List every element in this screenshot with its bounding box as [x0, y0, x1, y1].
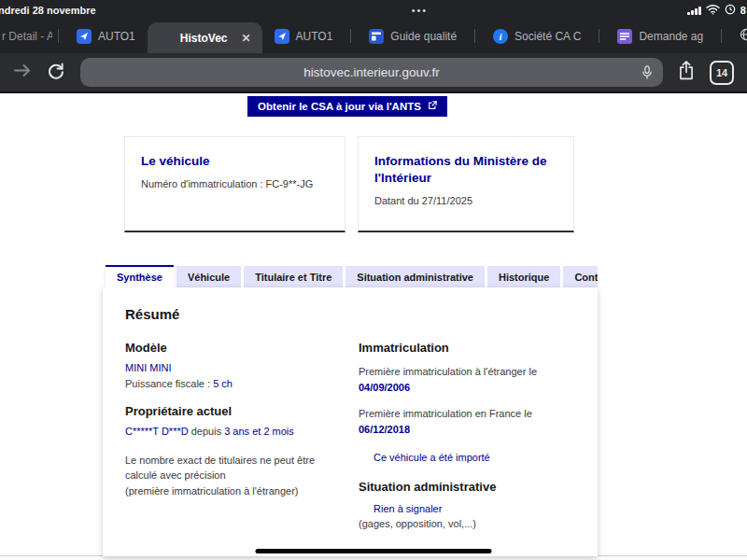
tab-vehicule[interactable]: Véhicule [176, 266, 241, 287]
home-indicator[interactable] [256, 549, 492, 553]
page-footer-edge [0, 555, 747, 560]
browser-tab-auto1-left[interactable]: AUTO1 [64, 20, 148, 53]
globe-favicon [740, 28, 747, 44]
clock-icon [725, 2, 736, 19]
tab-situation-administrative[interactable]: Situation administrative [345, 266, 485, 287]
tab-titulaire-titre[interactable]: Titulaire et Titre [244, 266, 343, 287]
browser-tab-label: AUTO1 [296, 30, 333, 43]
get-csa-button-label: Obtenir le CSA à jour via l'ANTS [258, 101, 421, 112]
tab-separator [599, 29, 599, 43]
tab-separator [350, 29, 351, 43]
tab-controles-techniques[interactable]: Contrôles techniques [563, 266, 598, 287]
browser-tab-guide[interactable]: Guide qualité [357, 20, 469, 53]
battery-percent: 8 [740, 5, 746, 16]
first-registration-france-line: Première immatriculation en France le 06… [359, 406, 575, 437]
url-text: histovec.interieur.gouv.fr [303, 65, 439, 79]
share-icon[interactable] [678, 61, 695, 84]
first-registration-france-label: Première immatriculation en France le [359, 408, 532, 419]
first-registration-abroad-label: Première immatriculation à l'étranger le [359, 366, 537, 377]
status-bar: ndredi 28 novembre ••• 8 [0, 0, 747, 19]
tab-separator [58, 29, 59, 43]
imported-vehicle-link[interactable]: Ce véhicule a été importé [374, 452, 490, 463]
browser-tab-histovec-active[interactable]: HistoVec ✕ [148, 22, 262, 53]
summary-right-column: Immatriculation Première immatriculation… [359, 341, 575, 532]
owner-line: C*****T D***D depuis 3 ans et 2 mois [125, 424, 349, 440]
guide-favicon [369, 29, 384, 44]
first-registration-abroad-date: 04/09/2006 [359, 382, 410, 393]
owner-note: Le nombre exact de titulaires ne peut êt… [125, 453, 349, 483]
nothing-to-report-link[interactable]: Rien à signaler [374, 503, 442, 514]
admin-situation-heading: Situation administrative [359, 480, 575, 494]
auto1-favicon [77, 29, 92, 44]
browser-tab-demande[interactable]: Demande ag [605, 20, 715, 53]
url-bar-row: histovec.interieur.gouv.fr 14 [0, 53, 747, 95]
auto1-favicon [275, 29, 289, 44]
ministry-card-title: Informations du Ministère de l'Intérieur [374, 153, 557, 187]
owner-note-2: (première immatriculation à l'étranger) [125, 483, 349, 499]
summary-left-column: Modèle MINI MINI Puissance fiscale : 5 c… [125, 341, 349, 532]
forward-icon[interactable] [13, 63, 32, 82]
info-favicon: i [493, 29, 508, 44]
synthese-panel: Résumé Modèle MINI MINI Puissance fiscal… [103, 287, 598, 556]
browser-tab-label: AUTO1 [98, 30, 135, 43]
address-bar[interactable]: histovec.interieur.gouv.fr [80, 58, 663, 87]
browser-tab-label: Guide qualité [390, 30, 457, 43]
histovec-page: Obtenir le CSA à jour via l'ANTS Le véhi… [0, 93, 747, 560]
french-flag-favicon [159, 33, 174, 43]
browser-tab-https[interactable]: https: [727, 20, 747, 53]
tab-historique[interactable]: Historique [487, 266, 560, 287]
vehicle-card: Le véhicule Numéro d'immatriculation : F… [124, 136, 345, 232]
vehicle-card-text: Numéro d'immatriculation : FC-9**-JG [141, 178, 329, 189]
ministry-card: Informations du Ministère de l'Intérieur… [358, 136, 574, 232]
registration-heading: Immatriculation [359, 341, 575, 355]
owner-since-label: depuis [189, 426, 225, 437]
status-icons: 8 [687, 2, 746, 19]
get-csa-button[interactable]: Obtenir le CSA à jour via l'ANTS [247, 96, 447, 117]
model-heading: Modèle [125, 341, 349, 355]
ministry-card-text: Datant du 27/11/2025 [374, 195, 557, 206]
tab-separator [474, 29, 475, 43]
close-tab-icon[interactable]: ✕ [242, 32, 251, 45]
panel-heading: Résumé [125, 306, 575, 322]
report-tab-list: Synthèse Véhicule Titulaire et Titre Sit… [103, 265, 598, 287]
reload-icon[interactable] [47, 62, 65, 84]
first-registration-france-date: 06/12/2018 [359, 424, 410, 435]
browser-chrome: ndredi 28 novembre ••• 8 [0, 0, 747, 93]
browser-tab-societe[interactable]: i Société CA C [481, 20, 593, 53]
list-favicon [617, 29, 632, 44]
owner-duration: 3 ans et 2 mois [224, 426, 294, 437]
browser-tab-auto1-right[interactable]: AUTO1 [262, 20, 345, 53]
vehicle-card-title: Le véhicule [141, 153, 329, 170]
browser-tab-bar: r Detail - A AUTO1 HistoVec ✕ AUTO1 [0, 19, 747, 53]
external-link-icon [428, 101, 437, 112]
tab-overview-button[interactable]: 14 [710, 61, 734, 85]
admin-situation-note: (gages, opposition, vol,...) [359, 516, 575, 532]
owner-heading: Propriétaire actuel [125, 404, 349, 418]
first-registration-abroad-line: Première immatriculation à l'étranger le… [359, 364, 575, 395]
owner-name: C*****T D***D [125, 426, 189, 437]
cellular-signal-icon [687, 7, 701, 15]
report-tabs-zone: Synthèse Véhicule Titulaire et Titre Sit… [103, 265, 598, 556]
wifi-icon [706, 2, 720, 19]
browser-tab-partial[interactable]: r Detail - A [2, 30, 52, 43]
microphone-icon[interactable] [641, 65, 654, 83]
tab-synthese[interactable]: Synthèse [106, 265, 174, 287]
csa-button-row: Obtenir le CSA à jour via l'ANTS [0, 93, 747, 117]
browser-tab-label: Demande ag [639, 30, 703, 43]
tab-separator [721, 29, 722, 43]
fiscal-power-value: 5 ch [213, 378, 233, 389]
fiscal-power-line: Puissance fiscale : 5 ch [125, 376, 349, 392]
multitask-dots-icon: ••• [412, 5, 429, 16]
info-cards: Le véhicule Numéro d'immatriculation : F… [124, 136, 747, 232]
fiscal-power-label: Puissance fiscale : [125, 378, 213, 389]
model-name: MINI MINI [125, 360, 349, 376]
ipad-screen: ndredi 28 novembre ••• 8 [0, 0, 747, 560]
browser-tab-label: Société CA C [514, 30, 581, 43]
browser-tab-label: HistoVec [180, 32, 228, 45]
status-date: ndredi 28 novembre [0, 5, 96, 16]
